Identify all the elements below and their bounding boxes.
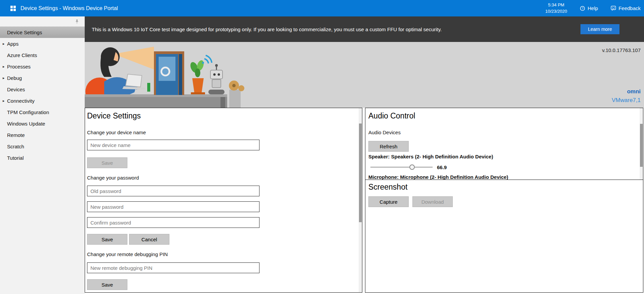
clock: 5:34 PM 10/23/2020 <box>545 2 567 15</box>
os-version: v.10.0.17763.107 <box>602 47 641 53</box>
sidebar-item-label: Devices <box>7 87 25 92</box>
device-identity: omni VMware7,1 <box>612 87 641 105</box>
sidebar-item-scratch[interactable]: Scratch <box>0 141 85 152</box>
device-settings-title: Device Settings <box>87 111 362 120</box>
remote-debugging-pin-input[interactable] <box>87 262 259 273</box>
feedback-icon <box>611 6 616 11</box>
sidebar-item-tutorial[interactable]: Tutorial <box>0 152 85 163</box>
audio-control-pane: Audio Control Audio Devices Refresh Spea… <box>365 108 643 180</box>
refresh-button[interactable]: Refresh <box>368 141 409 152</box>
device-settings-scrollbar[interactable] <box>359 108 362 292</box>
content-area: Device Settings Change your device name … <box>85 108 644 294</box>
feedback-button[interactable]: Feedback <box>611 5 641 11</box>
clock-date: 10/23/2020 <box>545 8 567 15</box>
sidebar-item-label: TPM Configuration <box>7 109 49 115</box>
download-button[interactable]: Download <box>412 196 453 207</box>
windows-logo-icon <box>10 5 16 11</box>
sidebar: Device Settings ▸Apps Azure Clients ▸Pro… <box>0 16 85 294</box>
speaker-volume-row: 66.9 <box>370 164 643 170</box>
pin-sidebar-icon[interactable] <box>75 19 79 25</box>
sidebar-item-debug[interactable]: ▸Debug <box>0 72 85 84</box>
confirm-password-input[interactable] <box>87 217 259 228</box>
main-area: This is a Windows 10 IoT Core test image… <box>85 16 644 294</box>
password-section-label: Change your password <box>87 175 362 181</box>
pin-section-label: Change your remote debugging PIN <box>87 251 362 257</box>
warning-banner: This is a Windows 10 IoT Core test image… <box>85 16 644 42</box>
sidebar-item-processes[interactable]: ▸Processes <box>0 61 85 72</box>
clock-time: 5:34 PM <box>545 2 567 8</box>
capture-button[interactable]: Capture <box>368 196 409 207</box>
device-settings-pane: Device Settings Change your device name … <box>85 108 362 293</box>
banner-message: This is a Windows 10 IoT Core test image… <box>92 27 580 32</box>
new-password-input[interactable] <box>87 201 259 212</box>
device-name: omni <box>612 87 641 96</box>
password-cancel-button[interactable]: Cancel <box>129 234 169 245</box>
scrollbar-thumb[interactable] <box>359 124 362 222</box>
expand-arrow-icon: ▸ <box>3 99 5 103</box>
sidebar-item-label: Scratch <box>7 144 24 149</box>
help-button[interactable]: ? Help <box>580 5 598 11</box>
speaker-volume-value: 66.9 <box>437 164 447 170</box>
expand-arrow-icon: ▸ <box>3 64 5 69</box>
audio-devices-label: Audio Devices <box>368 130 643 135</box>
sidebar-item-windows-update[interactable]: Windows Update <box>0 118 85 129</box>
sidebar-item-label: Tutorial <box>7 155 24 161</box>
screenshot-title: Screenshot <box>368 183 643 192</box>
speaker-volume-slider[interactable] <box>370 164 433 170</box>
svg-text:?: ? <box>582 7 583 10</box>
speaker-device-label: Speaker: Speakers (2- High Definition Au… <box>368 154 643 159</box>
titlebar-right: 5:34 PM 10/23/2020 ? Help Feedback <box>545 2 644 15</box>
help-icon: ? <box>580 6 585 11</box>
device-name-section-label: Change your device name <box>87 130 362 135</box>
sidebar-item-label: Azure Clients <box>7 52 37 58</box>
sidebar-item-label: Processes <box>7 64 31 69</box>
titlebar-left: Device Settings - Windows Device Portal <box>0 5 118 11</box>
sidebar-item-tpm-configuration[interactable]: TPM Configuration <box>0 106 85 118</box>
sidebar-item-azure-clients[interactable]: Azure Clients <box>0 49 85 61</box>
audio-control-scrollbar[interactable] <box>640 108 643 180</box>
new-device-name-input[interactable] <box>87 140 259 150</box>
expand-arrow-icon: ▸ <box>3 76 5 80</box>
password-save-button[interactable]: Save <box>87 234 127 245</box>
sidebar-item-device-settings[interactable]: Device Settings <box>0 27 85 38</box>
sidebar-item-connectivity[interactable]: ▸Connectivity <box>0 95 85 106</box>
old-password-input[interactable] <box>87 186 259 196</box>
sidebar-item-label: Connectivity <box>7 98 35 104</box>
titlebar: Device Settings - Windows Device Portal … <box>0 0 644 16</box>
password-buttons: Save Cancel <box>87 234 362 245</box>
learn-more-button[interactable]: Learn more <box>580 24 619 34</box>
screenshot-buttons: Capture Download <box>368 196 643 207</box>
microphone-device-label: Microphone: Microphone (2- High Definiti… <box>368 174 643 180</box>
sidebar-item-label: Remote <box>7 132 25 138</box>
scrollbar-thumb[interactable] <box>640 124 643 167</box>
pin-save-button[interactable]: Save <box>87 279 127 290</box>
expand-arrow-icon: ▸ <box>3 42 5 46</box>
device-name-save-button[interactable]: Save <box>87 157 127 168</box>
speaker-volume-handle[interactable] <box>409 164 415 170</box>
help-label: Help <box>588 5 598 11</box>
hero-illustration <box>85 42 246 108</box>
page-title: Device Settings - Windows Device Portal <box>21 5 118 11</box>
sidebar-item-devices[interactable]: Devices <box>0 84 85 95</box>
sidebar-item-apps[interactable]: ▸Apps <box>0 38 85 49</box>
screenshot-pane: Screenshot Capture Download <box>365 180 643 293</box>
hero-header: v.10.0.17763.107 omni VMware7,1 <box>85 42 644 108</box>
feedback-label: Feedback <box>618 5 641 11</box>
slider-track <box>370 167 433 167</box>
sidebar-item-remote[interactable]: Remote <box>0 129 85 141</box>
sidebar-item-label: Apps <box>7 41 18 47</box>
audio-control-title: Audio Control <box>368 111 643 120</box>
sidebar-item-label: Device Settings <box>7 30 42 35</box>
device-model: VMware7,1 <box>612 96 641 105</box>
sidebar-nav: Device Settings ▸Apps Azure Clients ▸Pro… <box>0 16 85 163</box>
sidebar-item-label: Debug <box>7 75 22 81</box>
sidebar-item-label: Windows Update <box>7 121 45 127</box>
